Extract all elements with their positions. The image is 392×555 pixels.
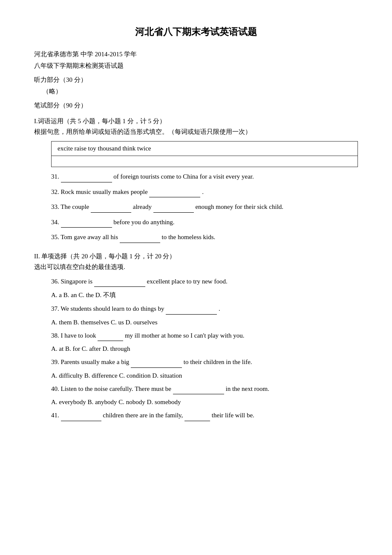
question-37: 37. We students should learn to do thing… [51,304,358,315]
question-40: 40. Listen to the noise carefully. There… [51,384,358,395]
listening-title: 听力部分（30 分） [34,76,358,84]
question-32: 32. Rock music usually makes people . [51,187,358,198]
meta-line2: 八年级下学期期末检测英语试题 [34,62,358,70]
q40-options: A. everybody B. anybody C. nobody D. som… [51,399,358,406]
question-41: 41. children there are in the family, th… [51,410,358,421]
q37-options: A. them B. themselves C. us D. ourselves [51,319,358,326]
q33-blank2 [153,206,194,213]
q39-blank [131,361,182,368]
meta-line1: 河北省承德市第 中学 2014-2015 学年 [34,50,358,58]
q41-text1: children there are in the family, [103,412,184,419]
q39-options: A. difficulty B. difference C. condition… [51,372,358,379]
q36-text: excellent place to try new food. [147,278,228,285]
q34-text: before you do anything. [113,219,174,225]
q35-num: 35. Tom gave away all his [51,234,120,240]
page-title: 河北省八下期末考试英语试题 [34,26,358,38]
q32-num: 32. Rock music usually makes people [51,188,149,195]
q38-blank [98,334,123,341]
q33-text: enough money for their sick child. [195,203,283,210]
q41-blank1 [61,414,101,421]
question-31: 31. of foreign tourists come to China fo… [51,171,358,182]
omit-text: （略） [43,87,358,95]
question-34: 34. before you do anything. [51,217,358,228]
q38-options: A. at B. for C. after D. through [51,345,358,353]
q31-num: 31. [51,173,59,180]
question-36: 36. Singapore is excellent place to try … [51,276,358,287]
q41-text2: their life will be. [212,412,254,419]
q32-text: . [202,188,204,195]
written-title: 笔试部分（90 分） [34,101,358,110]
q39-num: 39. Parents usually make a big [51,358,131,365]
q37-text: . [219,305,220,312]
question-38: 38. I have to look my ill mother at home… [51,330,358,341]
q32-blank [149,191,200,197]
q35-text: to the homeless kids. [161,234,215,240]
q35-blank [120,236,160,243]
section1-title: I.词语运用（共 5 小题，每小题 1 分，计 5 分） [34,117,358,125]
q34-blank [61,221,112,228]
q36-num: 36. Singapore is [51,278,94,285]
word-box: excite raise toy thousand think twice [51,141,358,156]
q40-text: in the next room. [226,385,269,392]
section2-title: II. 单项选择（共 20 小题，每小题 1 分，计 20 分） [34,252,358,260]
question-33: 33. The couple already enough money for … [51,202,358,213]
q33-num: 33. The couple [51,203,91,210]
question-35: 35. Tom gave away all his to the homeles… [51,232,358,243]
q31-blank [61,176,112,182]
word-box-extra-line [51,156,358,167]
q39-text: to their children in the life. [184,358,252,365]
q33-blank1 [91,206,131,213]
q33-mid: already [133,203,153,210]
q36-options: A. a B. an C. the D. 不填 [51,291,358,299]
q41-blank2 [184,414,210,421]
q36-blank [94,280,145,287]
q40-num: 40. Listen to the noise carefully. There… [51,385,173,392]
q37-num: 37. We students should learn to do thing… [51,305,164,312]
q37-blank [166,308,217,315]
q41-num: 41. [51,412,61,419]
q34-num: 34. [51,219,61,225]
section2-instruction: 选出可以填在空白处的最佳选项. [34,263,358,271]
q40-blank [173,387,224,394]
q31-text: of foreign tourists come to China for a … [113,173,254,180]
section1-instruction: 根据句意，用所给单词或短语的适当形式填空。（每词或短语只限使用一次） [34,128,358,136]
q38-text: my ill mother at home so I can't play wi… [125,332,245,339]
q38-num: 38. I have to look [51,332,98,339]
question-39: 39. Parents usually make a big to their … [51,357,358,368]
